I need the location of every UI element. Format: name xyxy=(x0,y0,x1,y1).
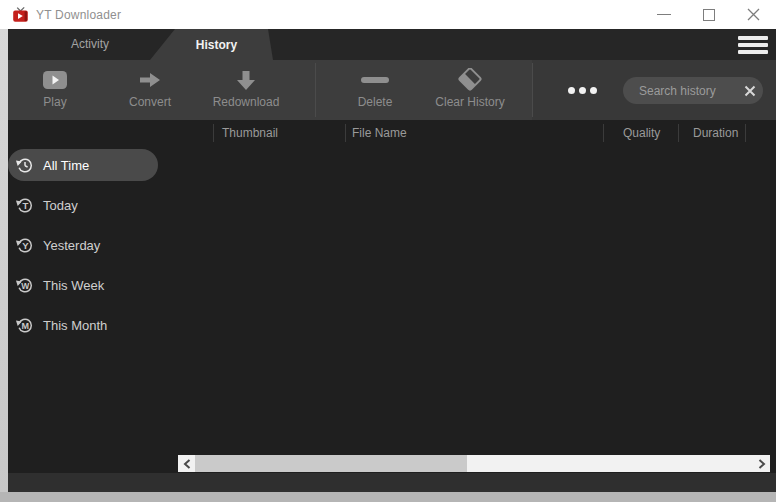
column-divider xyxy=(603,124,604,142)
sidebar-item-this-week[interactable]: W This Week xyxy=(8,269,104,301)
tab-activity[interactable]: Activity xyxy=(40,29,140,60)
redownload-button-label: Redownload xyxy=(213,95,280,109)
window-left-edge xyxy=(0,29,8,492)
toolbar: Play Convert Redownload Delete xyxy=(8,60,776,120)
redownload-button[interactable]: Redownload xyxy=(201,67,291,115)
window-controls xyxy=(641,0,776,29)
hamburger-menu-icon[interactable] xyxy=(738,36,768,54)
close-icon xyxy=(747,8,760,21)
clear-history-button-label: Clear History xyxy=(435,95,504,109)
delete-button-label: Delete xyxy=(358,95,393,109)
desktop-background xyxy=(0,492,776,502)
column-header-file-name: File Name xyxy=(352,126,407,140)
search-clear-button[interactable] xyxy=(737,77,763,104)
scroll-right-button[interactable] xyxy=(753,455,770,472)
circle-arrow-letter-icon: T xyxy=(16,196,34,214)
convert-button[interactable]: Convert xyxy=(105,67,195,115)
redownload-arrow-icon xyxy=(236,67,256,93)
sidebar-item-label: This Month xyxy=(43,318,107,333)
play-icon xyxy=(42,67,68,93)
sidebar-item-this-month[interactable]: M This Month xyxy=(8,309,107,341)
column-divider xyxy=(745,124,746,142)
sidebar-item-yesterday[interactable]: Y Yesterday xyxy=(8,229,100,261)
minimize-icon xyxy=(657,14,671,15)
sidebar-item-today[interactable]: T Today xyxy=(8,189,78,221)
play-button-label: Play xyxy=(43,95,66,109)
maximize-icon xyxy=(703,9,715,21)
app-logo-icon xyxy=(12,6,29,23)
titlebar: YT Downloader xyxy=(0,0,776,29)
app-window: YT Downloader Activity History Play xyxy=(0,0,776,502)
search-input[interactable] xyxy=(623,84,737,98)
tab-bar: Activity History xyxy=(8,29,776,60)
sidebar-item-label: Yesterday xyxy=(43,238,100,253)
sidebar-item-label: This Week xyxy=(43,278,104,293)
maximize-button[interactable] xyxy=(686,0,731,29)
convert-button-label: Convert xyxy=(129,95,171,109)
tab-history[interactable]: History xyxy=(150,29,273,60)
column-divider xyxy=(678,124,679,142)
horizontal-scrollbar[interactable] xyxy=(178,455,770,472)
clear-history-button[interactable]: Clear History xyxy=(415,67,525,115)
chevron-right-icon xyxy=(758,459,766,469)
circle-arrow-letter-icon: W xyxy=(16,276,34,294)
tab-history-label: History xyxy=(186,38,237,52)
svg-text:W: W xyxy=(21,281,30,291)
delete-button[interactable]: Delete xyxy=(330,67,420,115)
minimize-button[interactable] xyxy=(641,0,686,29)
column-header-duration: Duration xyxy=(693,126,738,140)
history-clock-icon xyxy=(16,156,34,174)
chevron-left-icon xyxy=(183,459,191,469)
sidebar-item-label: All Time xyxy=(43,158,89,173)
sidebar-item-all-time[interactable]: All Time xyxy=(8,149,158,181)
convert-arrow-icon xyxy=(138,67,162,93)
circle-arrow-letter-icon: Y xyxy=(16,236,34,254)
eraser-icon xyxy=(457,67,483,93)
close-icon xyxy=(744,85,756,97)
history-panel: Thumbnail File Name Quality Duration All… xyxy=(8,120,776,473)
scrollbar-thumb[interactable] xyxy=(195,455,467,472)
svg-text:M: M xyxy=(22,321,30,331)
column-divider xyxy=(345,124,346,142)
circle-arrow-letter-icon: M xyxy=(16,316,34,334)
svg-text:Y: Y xyxy=(22,240,29,251)
toolbar-divider xyxy=(532,63,533,117)
sidebar-item-label: Today xyxy=(43,198,78,213)
column-header-quality: Quality xyxy=(623,126,660,140)
close-button[interactable] xyxy=(731,0,776,29)
window-title: YT Downloader xyxy=(36,8,121,22)
delete-minus-icon xyxy=(360,67,390,93)
scroll-left-button[interactable] xyxy=(178,455,195,472)
column-divider xyxy=(213,124,214,142)
search-box xyxy=(623,77,763,104)
toolbar-divider xyxy=(315,63,316,117)
window-bottom-edge xyxy=(8,473,776,492)
more-options-button[interactable] xyxy=(568,87,597,94)
svg-text:T: T xyxy=(22,200,28,211)
column-header-thumbnail: Thumbnail xyxy=(222,126,278,140)
play-button[interactable]: Play xyxy=(10,67,100,115)
